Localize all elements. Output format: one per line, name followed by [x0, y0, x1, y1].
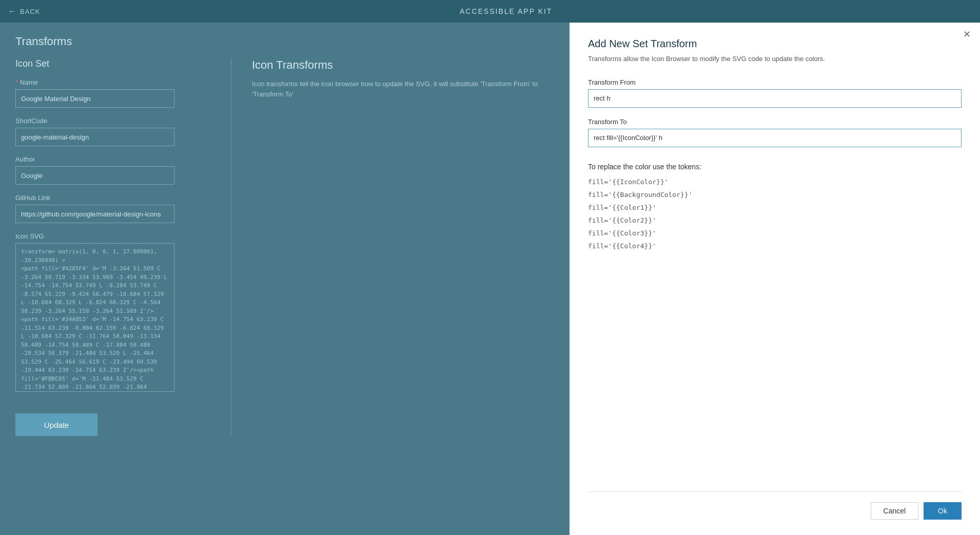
token-item: fill='{{BackgroundColor}}': [588, 191, 962, 199]
transform-from-label: Transform From: [588, 78, 962, 86]
icon-set-section: Icon Set *Name ShortCode Author GitH: [15, 58, 210, 436]
section-divider: [231, 58, 231, 436]
github-field-group: GitHub Link: [15, 194, 210, 223]
author-label: Author: [15, 155, 210, 163]
token-item: fill='{{Color2}}': [588, 216, 962, 224]
transform-to-input[interactable]: [588, 129, 962, 147]
cancel-button[interactable]: Cancel: [871, 502, 919, 520]
icon-set-title: Icon Set: [15, 58, 210, 69]
tokens-section: To replace the color use the tokens: fil…: [588, 163, 962, 255]
icon-svg-label: Icon SVG: [15, 232, 210, 240]
github-input[interactable]: [15, 205, 174, 223]
back-label: BACK: [20, 8, 40, 15]
page-title: Transforms: [15, 35, 554, 48]
left-panel-inner: Icon Set *Name ShortCode Author GitH: [15, 58, 554, 436]
name-label: *Name: [15, 78, 210, 86]
icon-transforms-section: Icon Transforms Icon transforms tell the…: [252, 58, 554, 436]
shortcode-label: ShortCode: [15, 117, 210, 125]
transform-to-label: Transform To: [588, 118, 962, 126]
icon-svg-field-group: Icon SVG: [15, 232, 210, 394]
author-input[interactable]: [15, 166, 174, 185]
back-button[interactable]: ← BACK: [8, 7, 40, 16]
token-item: fill='{{IconColor}}': [588, 178, 962, 186]
required-marker: *: [15, 78, 18, 86]
update-button[interactable]: Update: [15, 413, 97, 436]
dialog-footer: Cancel Ok: [588, 491, 962, 520]
tokens-title: To replace the color use the tokens:: [588, 163, 962, 171]
icon-transforms-description: Icon transforms tell the icon browser ho…: [252, 79, 554, 99]
main-content: Transforms Icon Set *Name ShortCode Auth…: [0, 23, 980, 535]
left-panel: Transforms Icon Set *Name ShortCode Auth…: [0, 23, 570, 535]
name-input[interactable]: [15, 89, 174, 108]
back-arrow-icon: ←: [8, 7, 17, 16]
tokens-list: fill='{{IconColor}}'fill='{{BackgroundCo…: [588, 178, 962, 250]
shortcode-input[interactable]: [15, 128, 174, 146]
close-button[interactable]: ✕: [963, 30, 971, 39]
dialog-panel: ✕ Add New Set Transform Transforms allow…: [570, 23, 980, 535]
app-title: ACCESSIBLE APP KIT: [40, 7, 972, 15]
ok-button[interactable]: Ok: [924, 502, 962, 520]
token-item: fill='{{Color4}}': [588, 242, 962, 250]
author-field-group: Author: [15, 155, 210, 185]
dialog-description: Transforms allow the Icon Browser to mod…: [588, 54, 962, 64]
name-field-group: *Name: [15, 78, 210, 108]
dialog-title: Add New Set Transform: [588, 38, 962, 50]
shortcode-field-group: ShortCode: [15, 117, 210, 146]
token-item: fill='{{Color3}}': [588, 229, 962, 237]
transform-from-input[interactable]: [588, 89, 962, 108]
github-label: GitHub Link: [15, 194, 210, 202]
icon-transforms-title: Icon Transforms: [252, 58, 554, 72]
icon-svg-textarea[interactable]: [15, 243, 174, 392]
top-bar: ← BACK ACCESSIBLE APP KIT: [0, 0, 980, 23]
token-item: fill='{{Color1}}': [588, 204, 962, 211]
